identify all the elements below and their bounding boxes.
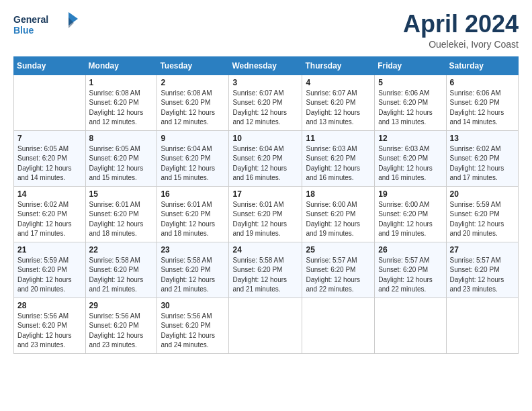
day-info: Sunrise: 5:59 AMSunset: 6:20 PMDaylight:…	[450, 200, 515, 239]
day-number: 5	[378, 78, 442, 87]
day-info: Sunrise: 6:01 AMSunset: 6:20 PMDaylight:…	[161, 200, 225, 239]
day-number: 22	[89, 245, 154, 255]
table-cell: 12Sunrise: 6:03 AMSunset: 6:20 PMDayligh…	[375, 130, 446, 186]
day-info: Sunrise: 6:01 AMSunset: 6:20 PMDaylight:…	[232, 200, 298, 239]
day-info: Sunrise: 6:00 AMSunset: 6:20 PMDaylight:…	[378, 200, 442, 239]
day-info: Sunrise: 6:04 AMSunset: 6:20 PMDaylight:…	[161, 144, 225, 183]
day-info: Sunrise: 6:00 AMSunset: 6:20 PMDaylight:…	[306, 200, 371, 239]
col-saturday: Saturday	[446, 56, 518, 75]
day-number: 24	[232, 245, 298, 255]
day-number: 28	[17, 301, 82, 310]
day-number: 7	[17, 134, 82, 143]
day-info: Sunrise: 6:02 AMSunset: 6:20 PMDaylight:…	[450, 144, 515, 183]
day-number: 15	[89, 189, 154, 199]
col-wednesday: Wednesday	[229, 56, 302, 75]
day-info: Sunrise: 6:05 AMSunset: 6:20 PMDaylight:…	[89, 144, 154, 183]
table-cell: 25Sunrise: 5:57 AMSunset: 6:20 PMDayligh…	[302, 242, 375, 298]
day-info: Sunrise: 5:57 AMSunset: 6:20 PMDaylight:…	[378, 256, 442, 295]
day-number: 21	[17, 245, 82, 255]
table-cell: 17Sunrise: 6:01 AMSunset: 6:20 PMDayligh…	[229, 186, 302, 242]
day-number: 8	[89, 134, 154, 143]
table-cell: 30Sunrise: 5:56 AMSunset: 6:20 PMDayligh…	[157, 298, 229, 353]
calendar-header-row: Sunday Monday Tuesday Wednesday Thursday…	[14, 56, 519, 75]
day-info: Sunrise: 6:06 AMSunset: 6:20 PMDaylight:…	[378, 89, 442, 128]
logo-icon: General Blue	[13, 11, 81, 40]
col-monday: Monday	[85, 56, 157, 75]
logo-text-block: General Blue	[13, 11, 81, 43]
col-tuesday: Tuesday	[157, 56, 229, 75]
table-cell: 4Sunrise: 6:07 AMSunset: 6:20 PMDaylight…	[302, 75, 375, 130]
day-info: Sunrise: 6:03 AMSunset: 6:20 PMDaylight:…	[378, 144, 442, 183]
day-info: Sunrise: 5:58 AMSunset: 6:20 PMDaylight:…	[232, 256, 298, 295]
table-cell: 11Sunrise: 6:03 AMSunset: 6:20 PMDayligh…	[302, 130, 375, 186]
week-row-3: 14Sunrise: 6:02 AMSunset: 6:20 PMDayligh…	[14, 186, 519, 242]
day-info: Sunrise: 6:03 AMSunset: 6:20 PMDaylight:…	[306, 144, 371, 183]
day-number: 10	[232, 134, 298, 143]
day-number: 9	[161, 134, 225, 143]
page: General Blue April 2024 Ouelekei, Ivory …	[0, 0, 532, 411]
week-row-1: 1Sunrise: 6:08 AMSunset: 6:20 PMDaylight…	[14, 75, 519, 130]
day-info: Sunrise: 6:08 AMSunset: 6:20 PMDaylight:…	[89, 89, 154, 128]
day-info: Sunrise: 6:02 AMSunset: 6:20 PMDaylight:…	[17, 200, 82, 239]
day-number: 30	[161, 301, 225, 310]
table-cell: 2Sunrise: 6:08 AMSunset: 6:20 PMDaylight…	[157, 75, 229, 130]
day-info: Sunrise: 6:01 AMSunset: 6:20 PMDaylight:…	[89, 200, 154, 239]
svg-text:General: General	[13, 14, 48, 25]
day-info: Sunrise: 5:59 AMSunset: 6:20 PMDaylight:…	[17, 256, 82, 295]
title-block: April 2024 Ouelekei, Ivory Coast	[403, 11, 519, 50]
table-cell: 8Sunrise: 6:05 AMSunset: 6:20 PMDaylight…	[85, 130, 157, 186]
table-cell: 13Sunrise: 6:02 AMSunset: 6:20 PMDayligh…	[446, 130, 518, 186]
day-number: 26	[378, 245, 442, 255]
table-cell	[446, 298, 518, 353]
table-cell: 18Sunrise: 6:00 AMSunset: 6:20 PMDayligh…	[302, 186, 375, 242]
header: General Blue April 2024 Ouelekei, Ivory …	[13, 11, 519, 50]
table-cell	[229, 298, 302, 353]
col-sunday: Sunday	[14, 56, 86, 75]
calendar-table: Sunday Monday Tuesday Wednesday Thursday…	[13, 56, 519, 354]
logo: General Blue	[13, 11, 81, 43]
table-cell	[14, 75, 86, 130]
day-number: 16	[161, 189, 225, 199]
day-number: 11	[306, 134, 371, 143]
day-info: Sunrise: 6:07 AMSunset: 6:20 PMDaylight:…	[306, 89, 371, 128]
table-cell: 7Sunrise: 6:05 AMSunset: 6:20 PMDaylight…	[14, 130, 86, 186]
table-cell: 20Sunrise: 5:59 AMSunset: 6:20 PMDayligh…	[446, 186, 518, 242]
table-cell: 5Sunrise: 6:06 AMSunset: 6:20 PMDaylight…	[375, 75, 446, 130]
day-number: 6	[450, 78, 515, 87]
table-cell	[375, 298, 446, 353]
table-cell: 28Sunrise: 5:56 AMSunset: 6:20 PMDayligh…	[14, 298, 86, 353]
table-cell: 22Sunrise: 5:58 AMSunset: 6:20 PMDayligh…	[85, 242, 157, 298]
day-info: Sunrise: 6:08 AMSunset: 6:20 PMDaylight:…	[161, 89, 225, 128]
table-cell: 16Sunrise: 6:01 AMSunset: 6:20 PMDayligh…	[157, 186, 229, 242]
table-cell: 9Sunrise: 6:04 AMSunset: 6:20 PMDaylight…	[157, 130, 229, 186]
table-cell: 24Sunrise: 5:58 AMSunset: 6:20 PMDayligh…	[229, 242, 302, 298]
day-info: Sunrise: 6:04 AMSunset: 6:20 PMDaylight:…	[232, 144, 298, 183]
day-number: 14	[17, 189, 82, 199]
table-cell: 26Sunrise: 5:57 AMSunset: 6:20 PMDayligh…	[375, 242, 446, 298]
table-cell: 19Sunrise: 6:00 AMSunset: 6:20 PMDayligh…	[375, 186, 446, 242]
table-cell: 6Sunrise: 6:06 AMSunset: 6:20 PMDaylight…	[446, 75, 518, 130]
col-thursday: Thursday	[302, 56, 375, 75]
table-cell: 21Sunrise: 5:59 AMSunset: 6:20 PMDayligh…	[14, 242, 86, 298]
day-number: 2	[161, 78, 225, 87]
table-cell: 10Sunrise: 6:04 AMSunset: 6:20 PMDayligh…	[229, 130, 302, 186]
col-friday: Friday	[375, 56, 446, 75]
day-number: 29	[89, 301, 154, 310]
day-number: 25	[306, 245, 371, 255]
table-cell: 3Sunrise: 6:07 AMSunset: 6:20 PMDaylight…	[229, 75, 302, 130]
day-number: 20	[450, 189, 515, 199]
day-info: Sunrise: 6:05 AMSunset: 6:20 PMDaylight:…	[17, 144, 82, 183]
table-cell: 15Sunrise: 6:01 AMSunset: 6:20 PMDayligh…	[85, 186, 157, 242]
day-info: Sunrise: 6:07 AMSunset: 6:20 PMDaylight:…	[232, 89, 298, 128]
table-cell: 27Sunrise: 5:57 AMSunset: 6:20 PMDayligh…	[446, 242, 518, 298]
day-info: Sunrise: 5:56 AMSunset: 6:20 PMDaylight:…	[89, 312, 154, 351]
week-row-5: 28Sunrise: 5:56 AMSunset: 6:20 PMDayligh…	[14, 298, 519, 353]
day-info: Sunrise: 5:57 AMSunset: 6:20 PMDaylight:…	[450, 256, 515, 295]
day-number: 27	[450, 245, 515, 255]
table-cell: 1Sunrise: 6:08 AMSunset: 6:20 PMDaylight…	[85, 75, 157, 130]
day-info: Sunrise: 5:57 AMSunset: 6:20 PMDaylight:…	[306, 256, 371, 295]
table-cell: 29Sunrise: 5:56 AMSunset: 6:20 PMDayligh…	[85, 298, 157, 353]
day-number: 23	[161, 245, 225, 255]
week-row-2: 7Sunrise: 6:05 AMSunset: 6:20 PMDaylight…	[14, 130, 519, 186]
day-info: Sunrise: 6:06 AMSunset: 6:20 PMDaylight:…	[450, 89, 515, 128]
